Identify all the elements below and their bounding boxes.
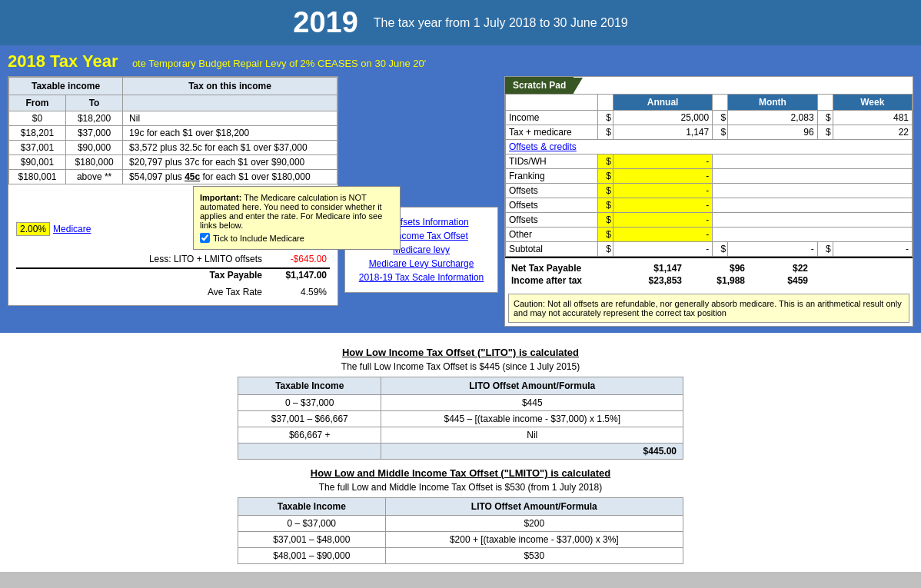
lito-title: How Low Income Tax Offset ("LITO") is ca… — [15, 347, 906, 358]
lmito-subtitle: The full Low and Middle Income Tax Offse… — [15, 482, 906, 493]
lito-section: How Low Income Tax Offset ("LITO") is ca… — [15, 347, 906, 460]
income-dollar2: $ — [713, 111, 728, 125]
payable-label: Tax Payable — [16, 270, 268, 281]
sub-annual: - — [613, 242, 713, 257]
tax-formula-cell: $3,572 plus 32.5c for each $1 over $37,0… — [123, 141, 337, 155]
tax-annual: 1,147 — [613, 125, 713, 140]
scratch-empty-header — [506, 95, 598, 111]
tax-table-row: $18,201$37,00019c for each $1 over $18,2… — [9, 126, 337, 141]
year-title: 2019 — [293, 6, 358, 39]
income-row-label: Income — [506, 111, 598, 125]
tax-formula-header — [123, 95, 337, 111]
subtotal-label: Subtotal — [506, 242, 598, 257]
tax-table-row: $180,001above **$54,097 plus 45c for eac… — [9, 170, 337, 184]
lmito-formula-cell: $200 + [(taxable income - $37,000) x 3%] — [385, 532, 683, 548]
income-annual[interactable]: 25,000 — [613, 111, 713, 125]
income-after-label: Income after tax — [511, 275, 619, 286]
to-header: To — [66, 95, 123, 111]
after-week: $459 — [746, 275, 808, 286]
lito-table-row: 0 – $37,000$445 — [238, 395, 683, 411]
lito-formula-cell: $445 – [(taxable income - $37,000) x 1.5… — [381, 411, 683, 427]
medicare-surcharge-link[interactable]: Medicare Levy Surcharge — [351, 258, 491, 269]
lito-total-cell — [238, 443, 381, 460]
income-week: 481 — [833, 111, 912, 125]
other-value[interactable]: - — [613, 228, 713, 242]
net-week: $22 — [746, 263, 808, 274]
payable-value: $1,147.00 — [268, 269, 330, 281]
lito-col2: LITO Offset Amount/Formula — [381, 377, 683, 395]
medicare-checkbox-label[interactable]: Tick to Include Medicare — [200, 233, 394, 243]
tax-week: 22 — [833, 125, 912, 140]
lito-total: $445.00 — [381, 443, 683, 460]
tax-dollar3: $ — [817, 125, 833, 140]
offsets2-value[interactable]: - — [613, 198, 713, 213]
scratch-table: Annual Month Week Income $ 25,000 $ 2,08… — [505, 94, 913, 257]
lito-income-cell: 0 – $37,000 — [238, 395, 381, 411]
scratch-currency-header — [598, 95, 613, 111]
tax-from-cell: $37,001 — [9, 141, 66, 155]
scratch-pad-title: Scratch Pad — [505, 77, 574, 94]
sub-dollar: $ — [598, 242, 613, 257]
tax-from-cell: $0 — [9, 111, 66, 126]
sub-week: - — [833, 242, 912, 257]
offsets-credits-label: Offsets & credits — [506, 140, 913, 154]
lmito-table-row: $37,001 – $48,000$200 + [(taxable income… — [238, 532, 683, 548]
tax-formula-cell: 19c for each $1 over $18,200 — [123, 126, 337, 141]
lmito-col1: Taxable Income — [238, 498, 386, 516]
subtotal-row: Subtotal $ - $ - $ - — [506, 242, 913, 257]
caution-text: Caution: Not all offsets are refundable,… — [514, 299, 902, 317]
offsets3-value[interactable]: - — [613, 213, 713, 228]
tids-dollar: $ — [598, 154, 613, 169]
tax-rate-table: Taxable income Tax on this income From T… — [8, 77, 337, 184]
net-month: $96 — [683, 263, 745, 274]
net-annual: $1,147 — [620, 263, 682, 274]
offsets3-dollar: $ — [598, 213, 613, 228]
year-header: 2019 The tax year from 1 July 2018 to 30… — [0, 0, 921, 45]
lmito-income-cell: $48,001 – $90,000 — [238, 548, 386, 564]
tax-table-row: $90,001$180,000$20,797 plus 37c for each… — [9, 155, 337, 170]
offsets1-value[interactable]: - — [613, 184, 713, 198]
lmito-table-row: $48,001 – $90,000$530 — [238, 548, 683, 564]
income-row: Income $ 25,000 $ 2,083 $ 481 — [506, 111, 913, 125]
tax-row: Tax + medicare $ 1,147 $ 96 $ 22 — [506, 125, 913, 140]
offsets1-label: Offsets — [506, 184, 598, 198]
tooltip-important: Important: — [200, 193, 241, 202]
offsets2-label: Offsets — [506, 198, 598, 213]
lmito-formula-cell: $200 — [385, 516, 683, 532]
lower-section: How Low Income Tax Offset ("LITO") is ca… — [0, 333, 921, 572]
tax-table-row: $37,001$90,000$3,572 plus 32.5c for each… — [9, 141, 337, 155]
tax-year-title: 2018 Tax Year — [8, 51, 118, 71]
tax-row-label: Tax + medicare — [506, 125, 598, 140]
lmito-col2: LITO Offset Amount/Formula — [385, 498, 683, 516]
franking-row: Franking $ - — [506, 169, 913, 184]
offsets-header-row: Offsets & credits — [506, 140, 913, 154]
tax-scale-link[interactable]: 2018-19 Tax Scale Information — [351, 272, 491, 283]
lito-value: -$645.00 — [268, 253, 330, 265]
medicare-checkbox[interactable] — [200, 233, 210, 243]
scratch-pad-panel: Scratch Pad Annual Month Week — [504, 76, 913, 327]
lito-formula-cell: Nil — [381, 427, 683, 443]
net-section: Net Tax Payable $1,147 $96 $22 Income af… — [505, 257, 913, 291]
lito-income-cell: $66,667 + — [238, 427, 381, 443]
other-dollar: $ — [598, 228, 613, 242]
ave-tax-value: 4.59% — [268, 286, 330, 298]
lmito-table: Taxable Income LITO Offset Amount/Formul… — [238, 497, 683, 564]
after-month: $1,988 — [683, 275, 745, 286]
main-section: 2018 Tax Year ote Temporary Budget Repai… — [0, 45, 921, 333]
lmito-formula-cell: $530 — [385, 548, 683, 564]
scratch-curr3-header — [817, 95, 833, 111]
scratch-curr2-header — [713, 95, 728, 111]
notice-text: ote Temporary Budget Repair Levy of 2% C… — [132, 58, 426, 69]
year-subtitle: The tax year from 1 July 2018 to 30 June… — [374, 16, 628, 30]
lito-income-cell: $37,001 – $66,667 — [238, 411, 381, 427]
ave-tax-label: Ave Tax Rate — [16, 287, 268, 297]
medicare-rate[interactable]: 2.00% — [16, 222, 50, 236]
tids-value[interactable]: - — [613, 154, 713, 169]
sub-month: - — [728, 242, 817, 257]
offsets1-row: Offsets $ - — [506, 184, 913, 198]
franking-value[interactable]: - — [613, 169, 713, 184]
franking-dollar: $ — [598, 169, 613, 184]
income-dollar3: $ — [817, 111, 833, 125]
tax-dollar: $ — [598, 125, 613, 140]
lito-table-row: $37,001 – $66,667$445 – [(taxable income… — [238, 411, 683, 427]
